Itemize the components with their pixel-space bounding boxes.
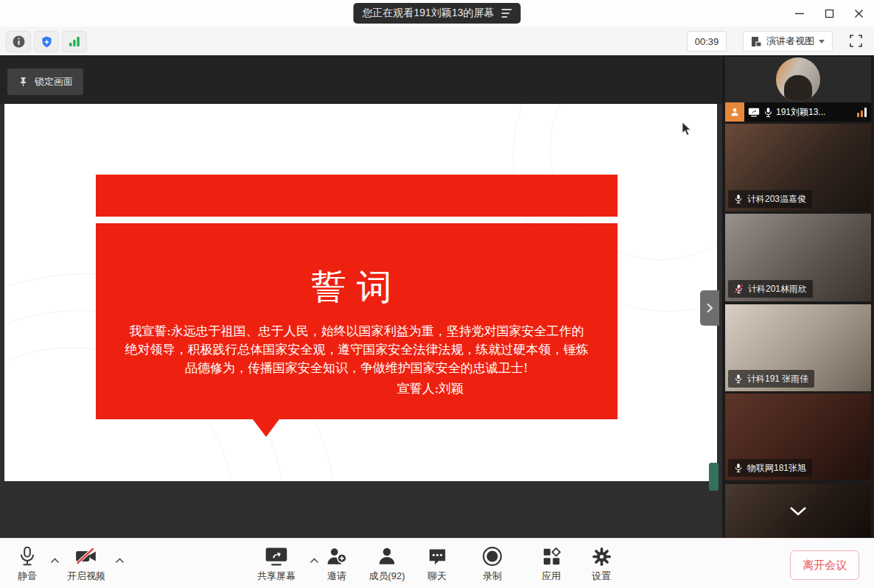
slide-body-line: 我宣誓:永远忠于祖国、忠于人民，始终以国家利益为重，坚持党对国家安全工作的 bbox=[102, 322, 612, 340]
participant-tile-partial[interactable] bbox=[725, 484, 871, 538]
maximize-button[interactable] bbox=[819, 4, 839, 22]
invite-icon bbox=[326, 546, 347, 567]
slide-red-banner bbox=[96, 175, 618, 217]
slide-title: 誓词 bbox=[96, 269, 618, 304]
window-controls bbox=[790, 4, 868, 22]
avatar bbox=[776, 57, 820, 102]
record-button[interactable]: 录制 bbox=[463, 545, 522, 583]
participant-name-chip: 物联网181张旭 bbox=[728, 459, 812, 477]
banner-menu-icon[interactable] bbox=[501, 9, 511, 18]
participant-name-chip: 计科201林雨欣 bbox=[728, 280, 813, 298]
signal-bars-icon bbox=[69, 36, 80, 47]
info-icon bbox=[13, 35, 25, 48]
mic-muted-icon bbox=[734, 284, 744, 294]
mic-icon bbox=[734, 463, 743, 473]
meeting-timer: 00:39 bbox=[687, 31, 727, 52]
titlebar: 您正在观看191刘颖13的屏幕 bbox=[0, 0, 874, 27]
screen-share-icon bbox=[748, 108, 760, 117]
mute-button[interactable]: 静音 bbox=[0, 545, 57, 583]
presentation-slide: 誓词 我宣誓:永远忠于祖国、忠于人民，始终以国家利益为重，坚持党对国家安全工作的… bbox=[4, 104, 717, 481]
participant-info-bar: 191刘颖13... bbox=[725, 102, 871, 122]
meeting-window: 您正在观看191刘颖13的屏幕 bbox=[0, 0, 874, 588]
chat-label: 聊天 bbox=[408, 570, 466, 583]
minimize-icon bbox=[794, 8, 805, 18]
share-screen-button[interactable]: 共享屏幕 bbox=[247, 545, 306, 583]
chat-icon bbox=[427, 547, 447, 567]
apps-icon bbox=[542, 547, 562, 567]
screen-share-badge bbox=[744, 102, 763, 122]
fullscreen-button[interactable] bbox=[845, 31, 867, 51]
settings-gear-icon bbox=[592, 547, 612, 567]
participant-name: 物联网181张旭 bbox=[747, 462, 806, 475]
meeting-info-button[interactable] bbox=[6, 31, 31, 52]
network-status-button[interactable] bbox=[62, 31, 87, 52]
mic-icon bbox=[734, 374, 743, 384]
mic-icon bbox=[18, 546, 37, 567]
lock-view-label: 锁定画面 bbox=[35, 75, 73, 88]
chat-button[interactable]: 聊天 bbox=[408, 545, 466, 583]
security-button[interactable] bbox=[34, 31, 59, 52]
share-screen-icon bbox=[265, 546, 288, 567]
connection-signal-icon bbox=[857, 108, 867, 117]
pin-icon bbox=[18, 76, 29, 88]
shield-icon bbox=[41, 35, 53, 49]
mic-icon bbox=[734, 194, 743, 204]
participant-name-chip: 计科203温嘉俊 bbox=[728, 190, 812, 208]
watching-banner: 您正在观看191刘颖13的屏幕 bbox=[354, 3, 521, 24]
participant-name-chip: 计科191 张雨佳 bbox=[728, 370, 814, 388]
slide-pointer-triangle bbox=[253, 419, 279, 437]
minimize-button[interactable] bbox=[790, 4, 809, 22]
panel-expand-handle[interactable] bbox=[700, 290, 719, 326]
participant-tile[interactable]: 物联网181张旭 bbox=[725, 393, 871, 480]
share-screen-label: 共享屏幕 bbox=[247, 570, 306, 583]
slide-body-line: 品德修为，传播国家安全知识，争做维护国家安全的忠诚卫士! bbox=[102, 359, 612, 377]
members-icon bbox=[377, 546, 396, 567]
person-icon bbox=[730, 107, 740, 117]
meeting-topbar: 00:39 演讲者视图 bbox=[0, 27, 874, 56]
camera-off-icon bbox=[74, 547, 98, 566]
slide-body-line: 绝对领导，积极践行总体国家安全观，遵守国家安全法律法规，练就过硬本领，锤炼 bbox=[102, 340, 612, 359]
participant-name: 计科203温嘉俊 bbox=[747, 193, 806, 206]
chevron-down-icon bbox=[819, 40, 825, 43]
view-mode-dropdown[interactable]: 演讲者视图 bbox=[743, 31, 833, 52]
slide-signature: 宣誓人:刘颖 bbox=[169, 380, 691, 397]
leave-meeting-button[interactable]: 离开会议 bbox=[790, 550, 859, 580]
stage-scrollbar-thumb[interactable] bbox=[709, 463, 719, 491]
settings-label: 设置 bbox=[572, 570, 631, 583]
record-label: 录制 bbox=[463, 570, 522, 583]
slide-body: 我宣誓:永远忠于祖国、忠于人民，始终以国家利益为重，坚持党对国家安全工作的 绝对… bbox=[96, 322, 618, 377]
start-video-label: 开启视频 bbox=[57, 570, 116, 583]
shared-screen-stage: 锁定画面 誓词 我宣誓:永远忠于祖国、忠于人民，始终以国家利益为重，坚持党对国家… bbox=[0, 55, 722, 538]
participant-name: 计科201林雨欣 bbox=[748, 283, 807, 295]
layout-icon bbox=[751, 36, 762, 47]
maximize-icon bbox=[825, 9, 834, 18]
mute-label: 静音 bbox=[0, 570, 57, 583]
slide-red-box: 誓词 我宣誓:永远忠于祖国、忠于人民，始终以国家利益为重，坚持党对国家安全工作的… bbox=[96, 223, 618, 419]
mouse-cursor bbox=[682, 122, 693, 136]
participant-name: 191刘颖13... bbox=[776, 106, 857, 119]
meeting-toolbar: 静音 开启视频 共享屏幕 bbox=[0, 538, 874, 588]
chevron-right-icon bbox=[706, 303, 713, 313]
fullscreen-icon bbox=[850, 35, 862, 47]
participant-tile[interactable]: 计科203温嘉俊 bbox=[725, 124, 871, 211]
scroll-more-chevron-icon[interactable] bbox=[789, 506, 808, 517]
record-icon bbox=[482, 546, 503, 567]
lock-view-button[interactable]: 锁定画面 bbox=[7, 69, 83, 95]
participant-tile[interactable]: 计科191 张雨佳 bbox=[725, 304, 871, 391]
video-options-chevron-icon[interactable] bbox=[115, 558, 125, 564]
close-button[interactable] bbox=[849, 4, 868, 22]
settings-button[interactable]: 设置 bbox=[572, 545, 631, 583]
participant-name: 计科191 张雨佳 bbox=[747, 373, 808, 385]
presenter-badge bbox=[725, 102, 744, 122]
watching-banner-text: 您正在观看191刘颖13的屏幕 bbox=[363, 7, 494, 20]
participant-tile-self[interactable]: 191刘颖13... bbox=[725, 57, 871, 122]
close-icon bbox=[854, 9, 864, 18]
participant-tile[interactable]: 计科201林雨欣 bbox=[725, 214, 871, 301]
start-video-button[interactable]: 开启视频 bbox=[57, 545, 116, 583]
leave-meeting-label: 离开会议 bbox=[803, 559, 847, 573]
mic-icon bbox=[763, 107, 773, 118]
stage-topbar: 锁定画面 bbox=[0, 55, 722, 104]
participants-sidebar: 191刘颖13... 计科203温嘉俊 bbox=[722, 55, 874, 538]
view-mode-label: 演讲者视图 bbox=[766, 35, 814, 48]
